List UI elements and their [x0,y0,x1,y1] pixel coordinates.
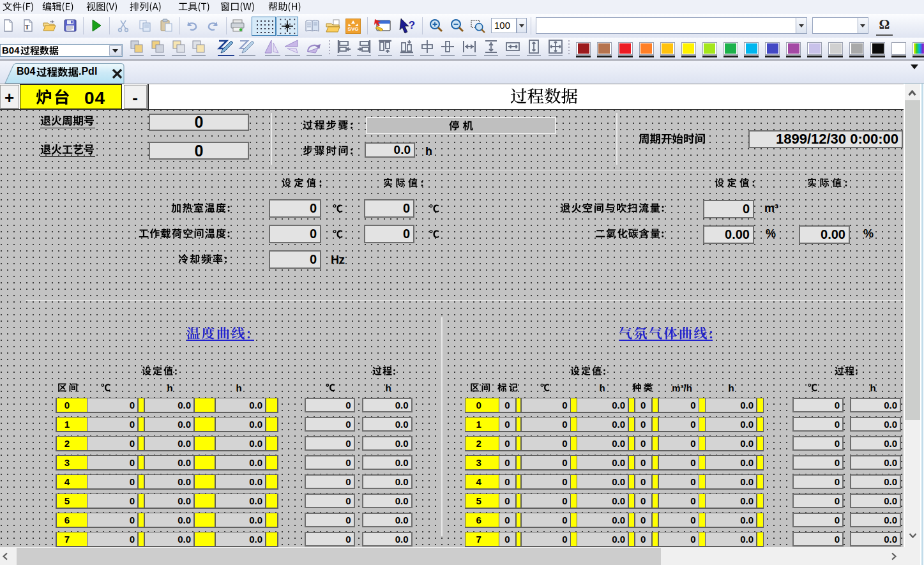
svg-text:T: T [25,23,30,31]
svg-text:SVG: SVG [348,26,359,32]
svg-text:?: ? [409,19,415,31]
